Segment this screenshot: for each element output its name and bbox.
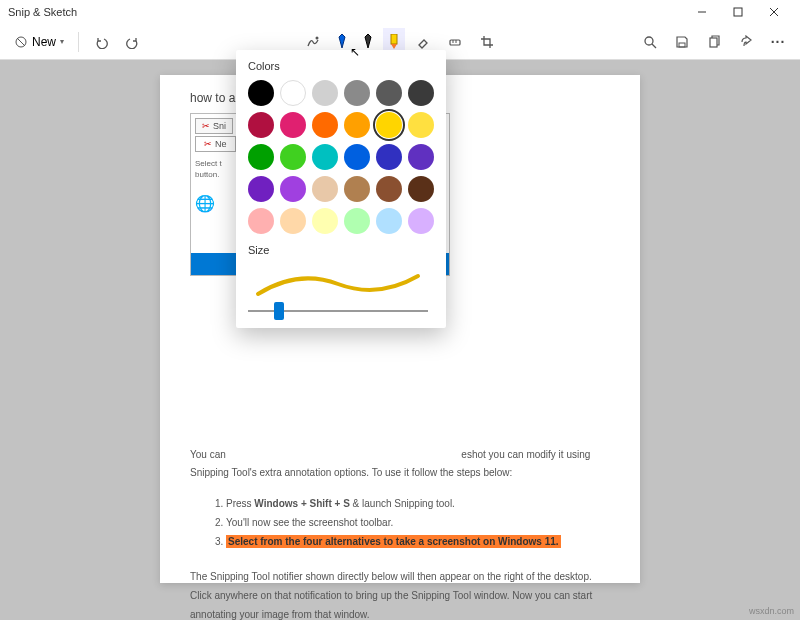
svg-point-11 — [645, 37, 653, 45]
color-swatch[interactable] — [376, 80, 402, 106]
crop-button[interactable] — [473, 28, 501, 56]
redo-button[interactable] — [119, 28, 147, 56]
color-swatch[interactable] — [344, 112, 370, 138]
color-swatch[interactable] — [280, 144, 306, 170]
color-swatch[interactable] — [344, 144, 370, 170]
separator — [78, 32, 79, 52]
steps-list: Press Windows + Shift + S & launch Snipp… — [226, 494, 610, 551]
new-label: New — [32, 35, 56, 49]
watermark: wsxdn.com — [749, 606, 794, 616]
size-preview — [248, 264, 428, 304]
more-button[interactable]: ··· — [764, 28, 792, 56]
copy-button[interactable] — [700, 28, 728, 56]
color-swatch[interactable] — [248, 144, 274, 170]
color-grid — [248, 80, 434, 234]
step-3: Select from the four alternatives to tak… — [226, 532, 610, 551]
color-swatch[interactable] — [408, 176, 434, 202]
color-swatch[interactable] — [248, 176, 274, 202]
step-1: Press Windows + Shift + S & launch Snipp… — [226, 494, 610, 513]
globe-icon: 🌐 — [195, 194, 215, 213]
color-swatch[interactable] — [344, 208, 370, 234]
titlebar: Snip & Sketch — [0, 0, 800, 24]
chevron-down-icon: ▾ — [60, 37, 64, 46]
color-swatch[interactable] — [280, 208, 306, 234]
window-controls — [684, 0, 792, 24]
color-swatch[interactable] — [312, 208, 338, 234]
minimize-button[interactable] — [684, 0, 720, 24]
size-slider[interactable] — [248, 310, 428, 312]
color-swatch[interactable] — [280, 176, 306, 202]
color-swatch[interactable] — [312, 144, 338, 170]
svg-rect-1 — [734, 8, 742, 16]
svg-line-5 — [17, 38, 25, 46]
doc-tab: ✂Sni — [195, 118, 233, 134]
color-swatch[interactable] — [408, 80, 434, 106]
color-swatch[interactable] — [280, 80, 306, 106]
color-swatch[interactable] — [344, 176, 370, 202]
color-swatch[interactable] — [344, 80, 370, 106]
save-button[interactable] — [668, 28, 696, 56]
color-swatch[interactable] — [280, 112, 306, 138]
color-swatch[interactable] — [408, 112, 434, 138]
svg-line-12 — [652, 44, 656, 48]
color-swatch[interactable] — [312, 112, 338, 138]
color-swatch[interactable] — [376, 144, 402, 170]
svg-rect-14 — [710, 38, 717, 47]
svg-rect-8 — [450, 40, 460, 45]
color-swatch[interactable] — [376, 112, 402, 138]
zoom-button[interactable] — [636, 28, 664, 56]
color-swatch[interactable] — [248, 208, 274, 234]
maximize-button[interactable] — [720, 0, 756, 24]
app-title: Snip & Sketch — [8, 6, 77, 18]
snip-icon — [14, 35, 28, 49]
color-swatch[interactable] — [408, 208, 434, 234]
paragraph-1: You can eshot you can modify it using Sn… — [190, 446, 610, 482]
size-heading: Size — [248, 244, 434, 256]
svg-rect-7 — [391, 34, 397, 44]
new-button[interactable]: New ▾ — [8, 28, 70, 56]
color-swatch[interactable] — [408, 144, 434, 170]
colors-heading: Colors — [248, 60, 434, 72]
color-swatch[interactable] — [312, 80, 338, 106]
color-swatch[interactable] — [248, 112, 274, 138]
paragraph-2: The Snipping Tool notifier shown directl… — [190, 567, 610, 620]
color-swatch[interactable] — [312, 176, 338, 202]
color-swatch[interactable] — [376, 176, 402, 202]
svg-point-6 — [316, 36, 319, 39]
color-swatch[interactable] — [248, 80, 274, 106]
color-swatch[interactable] — [376, 208, 402, 234]
pen-options-popup: Colors Size — [236, 50, 446, 328]
share-button[interactable] — [732, 28, 760, 56]
undo-button[interactable] — [87, 28, 115, 56]
step-2: You'll now see the screenshot toolbar. — [226, 513, 610, 532]
close-button[interactable] — [756, 0, 792, 24]
doc-ne-button: ✂Ne — [195, 136, 236, 152]
